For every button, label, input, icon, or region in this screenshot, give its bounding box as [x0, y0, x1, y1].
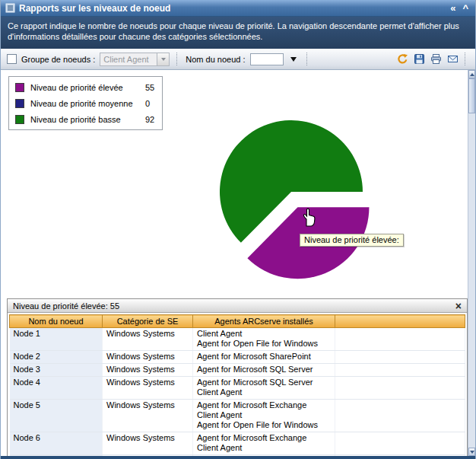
column-header[interactable] — [335, 315, 465, 328]
node-group-select: Client Agent — [100, 53, 170, 66]
cell-agents: Agent for Microsoft SQL Server — [193, 364, 335, 377]
cell-os-category: Windows Systems — [103, 400, 193, 432]
cell-node-name: Node 1 — [10, 328, 103, 351]
save-button[interactable] — [412, 53, 426, 66]
node-name-label: Nom du noeud : — [186, 55, 245, 64]
table-row[interactable]: Node 4Windows SystemsAgent for Microsoft… — [10, 377, 465, 400]
legend-color-swatch — [15, 115, 24, 124]
collapse-left-icon[interactable]: « — [450, 3, 455, 14]
close-icon[interactable]: × — [455, 301, 462, 311]
cell-os-category: Windows Systems — [103, 377, 193, 400]
cell-node-name: Node 5 — [10, 400, 103, 432]
scroll-down-icon[interactable] — [468, 448, 475, 456]
node-group-label: Groupe de noeuds : — [21, 55, 95, 64]
report-window: Rapports sur les niveaux de noeud « ^ Ce… — [0, 0, 476, 459]
detail-panel: Niveau de priorité élevée: 55 × Nom du n… — [7, 298, 468, 456]
legend-color-swatch — [15, 83, 24, 92]
detail-table-header-row: Nom du noeudCatégorie de SEAgents ARCser… — [10, 315, 465, 328]
cell-node-name: Node 6 — [10, 432, 103, 455]
cell-node-name: Node 3 — [10, 364, 103, 377]
detail-panel-header: Niveau de priorité élevée: 55 × — [8, 299, 467, 313]
column-header[interactable]: Agents ARCserve installés — [193, 315, 335, 328]
legend-label: Niveau de priorité basse — [30, 115, 145, 124]
cell-blank — [335, 400, 465, 432]
report-body: Niveau de priorité élevée55Niveau de pri… — [1, 70, 475, 456]
cell-node-name: Node 4 — [10, 377, 103, 400]
report-icon-glyph — [5, 3, 15, 13]
column-header[interactable]: Nom du noeud — [10, 315, 103, 328]
cell-blank — [335, 432, 465, 455]
cell-agents: Agent for Microsoft ExchangeClient Agent… — [193, 400, 335, 432]
print-button[interactable] — [429, 53, 443, 66]
refresh-icon — [397, 53, 408, 65]
toolbar-separator — [306, 53, 309, 65]
table-row[interactable]: Node 6Windows SystemsAgent for Microsoft… — [10, 432, 465, 455]
column-header[interactable]: Catégorie de SE — [103, 315, 193, 328]
titlebar-controls: « ^ — [450, 3, 468, 14]
legend-value: 92 — [145, 115, 162, 124]
toolbar-separator — [465, 53, 467, 65]
legend-color-swatch — [15, 99, 24, 108]
scroll-up-icon[interactable] — [468, 70, 475, 78]
refresh-button[interactable] — [395, 53, 409, 66]
cell-os-category: Windows Systems — [103, 364, 193, 377]
detail-panel-title: Niveau de priorité élevée: 55 — [13, 301, 119, 311]
legend-item[interactable]: Niveau de priorité basse92 — [9, 111, 162, 127]
cell-blank — [335, 455, 465, 457]
legend-value: 0 — [145, 99, 162, 108]
cell-blank — [335, 351, 465, 364]
legend-value: 55 — [145, 83, 162, 92]
email-icon — [447, 53, 459, 65]
table-row[interactable]: Node 7Windows SystemsAgent for OracleCli… — [10, 455, 465, 457]
cell-node-name: Node 7 — [10, 455, 103, 457]
detail-table-body: Node 1Windows SystemsClient AgentAgent f… — [10, 328, 465, 457]
save-icon — [414, 53, 425, 65]
node-group-value: Client Agent — [100, 53, 157, 65]
legend-item[interactable]: Niveau de priorité moyenne0 — [9, 95, 162, 111]
legend-label: Niveau de priorité élevée — [30, 83, 145, 92]
toolbar-actions — [395, 53, 469, 66]
table-row[interactable]: Node 3Windows SystemsAgent for Microsoft… — [10, 364, 465, 377]
window-title: Rapports sur les niveaux de noeud — [19, 3, 446, 14]
cell-agents: Agent for Microsoft SQL ServerClient Age… — [193, 377, 335, 400]
email-button[interactable] — [446, 53, 459, 66]
collapse-up-icon[interactable]: ^ — [462, 3, 468, 14]
legend-item[interactable]: Niveau de priorité élevée55 — [9, 79, 162, 95]
table-row[interactable]: Node 2Windows SystemsAgent for Microsoft… — [10, 351, 465, 364]
chart-legend: Niveau de priorité élevée55Niveau de pri… — [8, 76, 163, 130]
scrollbar-thumb[interactable] — [468, 78, 475, 113]
legend-label: Niveau de priorité moyenne — [30, 99, 145, 108]
cell-os-category: Windows Systems — [103, 432, 193, 455]
cell-os-category: Windows Systems — [103, 328, 193, 351]
cell-os-category: Windows Systems — [103, 351, 193, 364]
window-bottom-edge — [1, 456, 475, 459]
table-row[interactable]: Node 5Windows SystemsAgent for Microsoft… — [10, 400, 465, 432]
chart-tooltip: Niveau de priorité élevée: — [300, 234, 404, 247]
chevron-down-icon — [157, 53, 169, 65]
vertical-scrollbar[interactable] — [468, 70, 475, 456]
cell-blank — [335, 377, 465, 400]
titlebar: Rapports sur les niveaux de noeud « ^ — [1, 0, 475, 17]
cell-blank — [335, 328, 465, 351]
cell-os-category: Windows Systems — [103, 455, 193, 457]
node-group-checkbox[interactable] — [7, 54, 17, 64]
toolbar: Groupe de noeuds : Client Agent Nom du n… — [1, 49, 475, 70]
node-name-input[interactable] — [250, 53, 284, 65]
report-description: Ce rapport indique le nombre de noeuds p… — [1, 17, 475, 49]
detail-table: Nom du noeudCatégorie de SEAgents ARCser… — [9, 314, 465, 456]
print-icon — [430, 53, 442, 65]
report-icon — [5, 3, 15, 13]
cell-agents: Agent for Microsoft ExchangeClient Agent — [193, 432, 335, 455]
cell-node-name: Node 2 — [10, 351, 103, 364]
cell-agents: Agent for OracleClient Agent — [193, 455, 335, 457]
cell-agents: Agent for Microsoft SharePoint — [193, 351, 335, 364]
table-row[interactable]: Node 1Windows SystemsClient AgentAgent f… — [10, 328, 465, 351]
hand-cursor-icon — [300, 207, 317, 227]
cell-agents: Client AgentAgent for Open File for Wind… — [193, 328, 335, 351]
toolbar-separator — [176, 53, 179, 65]
node-name-dropdown-icon[interactable] — [288, 53, 300, 65]
cell-blank — [335, 364, 465, 377]
